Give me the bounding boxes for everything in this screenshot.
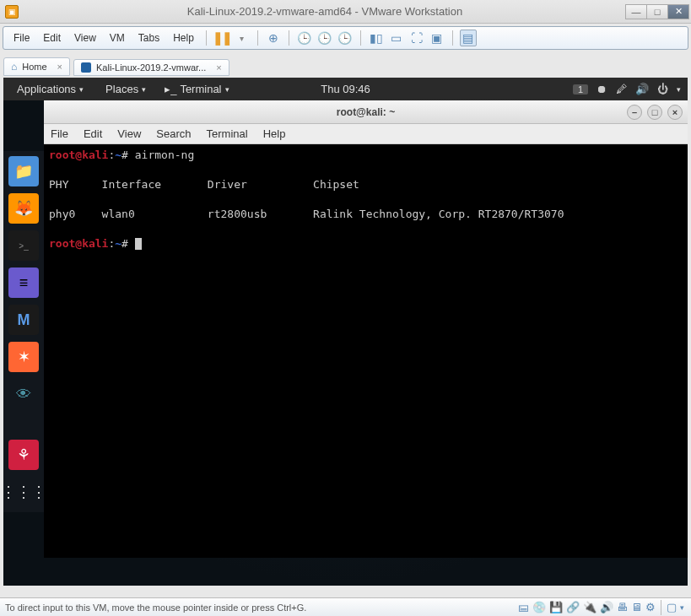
status-printer-icon[interactable]: 🖶 <box>617 601 628 613</box>
status-monitor-icon[interactable]: 🖥 <box>631 601 642 613</box>
menu-help[interactable]: Help <box>168 30 199 46</box>
vmware-icon: ▣ <box>5 5 19 19</box>
cursor <box>135 238 142 250</box>
desktop[interactable]: 📁 🦊 >_ ≡ M ✶ 👁 ⚘ ⋮⋮⋮ Terminal WinboxPoC-… <box>3 100 688 586</box>
dock-item-files[interactable]: 📁 <box>8 156 39 186</box>
minimize-button[interactable]: — <box>625 4 647 19</box>
term-menu-file[interactable]: File <box>51 127 68 140</box>
gnome-topbar: Applications▾ Places▾ ▸_ Terminal▾ Thu 0… <box>3 78 688 100</box>
dock: 📁 🦊 >_ ≡ M ✶ 👁 ⚘ ⋮⋮⋮ <box>3 151 44 512</box>
view-button-2[interactable]: ▭ <box>388 30 405 46</box>
terminal-window: root@kali: ~ – □ × File Edit View Search… <box>44 100 688 558</box>
pause-button[interactable]: ❚❚ <box>213 30 230 46</box>
snapshot-manage-button[interactable]: 🕒 <box>337 30 354 46</box>
vmware-menubar: File Edit View VM Tabs Help ❚❚ ▾ ⊕ 🕒 🕒 🕒… <box>3 26 688 50</box>
term-menu-help[interactable]: Help <box>263 127 286 140</box>
app-menu-terminal[interactable]: ▸_ Terminal▾ <box>159 81 234 97</box>
tab-vm[interactable]: Kali-Linux-2019.2-vmwar... × <box>73 59 229 76</box>
terminal-minimize-button[interactable]: – <box>627 105 642 120</box>
kali-icon <box>81 62 91 73</box>
terminal-close-button[interactable]: × <box>667 105 683 120</box>
output-header: PHY Interface Driver Chipset <box>49 178 359 191</box>
dock-item-metasploit[interactable]: M <box>8 305 39 335</box>
dock-item-editor[interactable]: ≡ <box>8 267 39 298</box>
dock-item-terminal[interactable]: >_ <box>8 230 39 261</box>
tab-vm-label: Kali-Linux-2019.2-vmwar... <box>96 62 206 73</box>
places-menu[interactable]: Places▾ <box>100 81 151 97</box>
tab-close-icon[interactable]: × <box>57 62 62 72</box>
vmware-statusbar: To direct input to this VM, move the mou… <box>0 597 691 616</box>
separator <box>257 30 258 46</box>
dock-item-firefox[interactable]: 🦊 <box>8 193 39 224</box>
screenshot-icon[interactable]: 🖉 <box>616 83 627 95</box>
separator <box>289 30 289 46</box>
tab-close-icon[interactable]: × <box>216 62 221 73</box>
send-ctrlaltdel-button[interactable]: ⊕ <box>265 30 282 46</box>
separator <box>452 30 453 46</box>
record-icon[interactable]: ⏺ <box>597 83 607 95</box>
status-net-icon[interactable]: 🔗 <box>566 601 580 613</box>
applications-label: Applications <box>17 83 76 95</box>
volume-icon[interactable]: 🔊 <box>635 83 649 95</box>
menu-edit[interactable]: Edit <box>38 30 66 46</box>
separator <box>360 30 361 46</box>
status-hdd-icon[interactable]: 🖴 <box>518 601 529 613</box>
vmware-tabbar: ⌂ Home × Kali-Linux-2019.2-vmwar... × <box>3 52 688 76</box>
status-text: To direct input to this VM, move the mou… <box>5 602 306 613</box>
separator <box>661 600 661 615</box>
terminal-body[interactable]: root@kali:~# airmon-ng PHY Interface Dri… <box>44 144 688 558</box>
clock[interactable]: Thu 09:46 <box>321 83 370 95</box>
terminal-title: root@kali: ~ <box>337 106 395 118</box>
workspace-indicator[interactable]: 1 <box>573 84 588 95</box>
applications-menu[interactable]: Applications▾ <box>12 81 89 97</box>
snapshot-take-button[interactable]: 🕒 <box>296 30 313 46</box>
power-icon[interactable]: ⏻ <box>657 83 668 95</box>
places-label: Places <box>105 83 138 95</box>
tab-home[interactable]: ⌂ Home × <box>3 57 70 76</box>
chevron-down-icon: ▾ <box>225 85 229 94</box>
status-sound-icon[interactable]: 🔊 <box>600 601 613 613</box>
vmware-titlebar: ▣ Kali-Linux-2019.2-vmware-amd64 - VMwar… <box>0 0 691 24</box>
fullscreen-button[interactable]: ⛶ <box>408 30 425 46</box>
status-dropdown[interactable]: ▾ <box>680 603 684 612</box>
library-button[interactable]: ▤ <box>460 30 477 46</box>
chevron-down-icon[interactable]: ▾ <box>677 85 681 94</box>
maximize-button[interactable]: □ <box>646 4 668 19</box>
menu-view[interactable]: View <box>69 30 101 46</box>
menu-tabs[interactable]: Tabs <box>133 30 165 46</box>
terminal-icon: ▸_ <box>165 83 176 95</box>
output-row-1: phy0 wlan0 rt2800usb Ralink Technology, … <box>49 208 564 220</box>
menu-file[interactable]: File <box>8 30 35 46</box>
app-menu-label: Terminal <box>180 83 221 95</box>
chevron-down-icon: ▾ <box>79 85 84 94</box>
snapshot-revert-button[interactable]: 🕒 <box>316 30 333 46</box>
prompt-path: ~ <box>115 149 121 161</box>
dock-item-cherrytree[interactable]: ⚘ <box>8 440 39 470</box>
status-device-icon[interactable]: ⚙ <box>645 601 656 613</box>
vm-viewport[interactable]: Applications▾ Places▾ ▸_ Terminal▾ Thu 0… <box>3 78 688 586</box>
unity-button[interactable]: ▣ <box>429 30 445 46</box>
vmware-title: Kali-Linux-2019.2-vmware-amd64 - VMware … <box>24 5 626 18</box>
term-menu-view[interactable]: View <box>117 127 141 140</box>
chevron-down-icon: ▾ <box>142 85 146 94</box>
prompt-hash: # <box>121 237 128 250</box>
term-menu-terminal[interactable]: Terminal <box>207 127 248 140</box>
status-floppy-icon[interactable]: 💾 <box>549 601 563 613</box>
term-menu-edit[interactable]: Edit <box>84 127 102 140</box>
status-msg-icon[interactable]: ▢ <box>667 601 677 613</box>
terminal-maximize-button[interactable]: □ <box>647 105 662 120</box>
status-usb-icon[interactable]: 🔌 <box>583 601 597 613</box>
terminal-titlebar[interactable]: root@kali: ~ – □ × <box>44 100 688 124</box>
prompt-path: ~ <box>115 237 121 250</box>
dock-item-burp[interactable]: ✶ <box>8 342 39 372</box>
pause-dropdown[interactable]: ▾ <box>234 30 251 46</box>
status-cd-icon[interactable]: 💿 <box>532 601 546 613</box>
dock-item-maltego[interactable]: 👁 <box>8 379 39 409</box>
view-button-1[interactable]: ▮▯ <box>368 30 385 46</box>
command-1: airmon-ng <box>135 149 194 161</box>
dock-item-show-apps[interactable]: ⋮⋮⋮ <box>8 477 39 507</box>
term-menu-search[interactable]: Search <box>156 127 191 140</box>
menu-vm[interactable]: VM <box>105 30 130 46</box>
home-icon: ⌂ <box>11 61 17 73</box>
close-button[interactable]: ✕ <box>667 4 689 19</box>
